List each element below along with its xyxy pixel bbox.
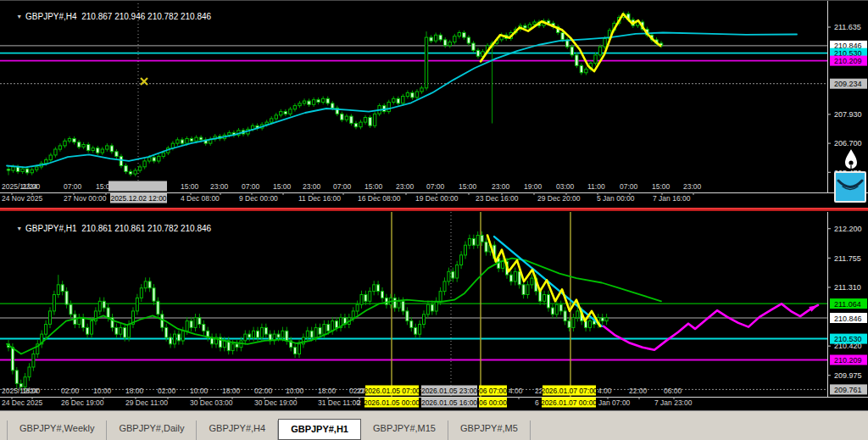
- svg-text:2: 2: [357, 398, 361, 407]
- svg-text:06 07:00: 06 07:00: [479, 387, 507, 395]
- svg-text:211.064: 211.064: [834, 300, 861, 309]
- chart-title-h1: ▼GBPJPY#,H1 210.861 210.861 210.782 210.…: [7, 214, 211, 242]
- tab-gbpjpy-h4[interactable]: GBPJPY#,H4: [197, 421, 278, 440]
- svg-text:211.755: 211.755: [834, 254, 861, 263]
- zigzag-line-yellow[interactable]: [481, 14, 660, 71]
- svg-text:210.209: 210.209: [834, 57, 862, 65]
- svg-text:Jan 07:00: Jan 07:00: [598, 398, 631, 407]
- svg-text:6: 6: [535, 398, 539, 407]
- svg-text:4 Dec 08:00: 4 Dec 08:00: [181, 194, 220, 203]
- h4-hlines[interactable]: [0, 46, 827, 84]
- svg-text:23:00: 23:00: [683, 182, 702, 191]
- svg-text:5 Jan 00:00: 5 Jan 00:00: [597, 194, 635, 203]
- svg-text:15:00: 15:00: [181, 182, 199, 191]
- svg-text:31 Dec 11:00: 31 Dec 11:00: [318, 398, 360, 407]
- svg-text:7 Jan 23:00: 7 Jan 23:00: [654, 398, 693, 407]
- svg-text:209.975: 209.975: [834, 371, 862, 380]
- svg-text:24 Dec 2025: 24 Dec 2025: [2, 398, 42, 407]
- svg-text:02:00: 02:00: [61, 387, 80, 395]
- tab-gbpjpy-h1[interactable]: GBPJPY#,H1: [278, 419, 361, 440]
- svg-text:206.700: 206.700: [834, 139, 862, 148]
- active-window-separator[interactable]: [0, 208, 868, 211]
- svg-text:30 Dec 03:00: 30 Dec 03:00: [190, 398, 233, 407]
- chart-ohlc: 210.861 210.861 210.782 210.846: [81, 224, 211, 233]
- svg-text:07:00: 07:00: [64, 182, 82, 191]
- svg-text:10:00: 10:00: [286, 387, 304, 395]
- svg-text:19 Dec 00:00: 19 Dec 00:00: [415, 194, 459, 203]
- svg-text:2026.01.05 07:00: 2026.01.05 07:00: [364, 387, 420, 395]
- svg-text:15:00: 15:00: [364, 182, 383, 191]
- svg-text:07:00: 07:00: [620, 182, 638, 191]
- chart-title-h4: ▼GBPJPY#,H4 210.867 210.946 210.782 210.…: [7, 3, 211, 31]
- svg-text:29 Dec 20:00: 29 Dec 20:00: [537, 194, 581, 203]
- chart-symbol-period: GBPJPY#,H4: [25, 12, 77, 21]
- projection-line-magenta[interactable]: [604, 304, 818, 349]
- svg-text:07:00: 07:00: [333, 182, 352, 191]
- svg-text:9 Dec 00:00: 9 Dec 00:00: [239, 194, 278, 203]
- tab-gbpjpy-daily[interactable]: GBPJPY#,Daily: [107, 421, 197, 440]
- svg-text:10:00: 10:00: [190, 387, 209, 395]
- svg-text:11:00: 11:00: [587, 182, 605, 191]
- svg-text:2025.12.02 12:00: 2025.12.02 12:00: [110, 194, 166, 203]
- svg-text:211.635: 211.635: [834, 23, 861, 31]
- svg-text:211.310: 211.310: [834, 283, 861, 292]
- triangle-down-icon[interactable]: ▼: [16, 14, 22, 19]
- chart-symbol-period: GBPJPY#,H1: [25, 224, 77, 233]
- tab-gbpjpy-m15[interactable]: GBPJPY#,M15: [361, 421, 448, 440]
- svg-text:07:00: 07:00: [426, 182, 445, 191]
- svg-text:02:00: 02:00: [158, 387, 176, 395]
- svg-text:23 Dec 16:00: 23 Dec 16:00: [476, 194, 519, 203]
- svg-text:24 Nov 2025: 24 Nov 2025: [2, 194, 42, 203]
- svg-text:209.234: 209.234: [834, 80, 862, 88]
- svg-text:07:00: 07:00: [242, 182, 260, 191]
- svg-text:18:00: 18:00: [22, 387, 41, 395]
- svg-text:30 Dec 19:00: 30 Dec 19:00: [254, 398, 298, 407]
- svg-text:2026.01.07 07:00: 2026.01.07 07:00: [541, 387, 597, 395]
- svg-text:4:00: 4:00: [509, 387, 523, 395]
- svg-text:4:00: 4:00: [598, 387, 612, 395]
- chart-tabbar: GBPJPY#,Weekly GBPJPY#,Daily GBPJPY#,H4 …: [0, 410, 868, 440]
- svg-text:15:00: 15:00: [273, 182, 292, 191]
- arrow-head: [809, 305, 818, 312]
- tab-gbpjpy-m5[interactable]: GBPJPY#,M5: [448, 421, 531, 440]
- svg-text:22:00: 22:00: [629, 387, 648, 395]
- svg-text:18:00: 18:00: [318, 387, 337, 395]
- svg-text:23:00: 23:00: [210, 182, 229, 191]
- pen-nib-icon[interactable]: [843, 149, 860, 171]
- svg-text:2026.01.05 00:00: 2026.01.05 00:00: [364, 398, 420, 407]
- svg-text:02:00: 02:00: [254, 387, 273, 395]
- chart-ohlc: 210.867 210.946 210.782 210.846: [81, 12, 211, 21]
- svg-text:7 Jan 16:00: 7 Jan 16:00: [653, 194, 691, 203]
- svg-text:26 Dec 19:00: 26 Dec 19:00: [61, 398, 104, 407]
- svg-text:16 Dec 08:00: 16 Dec 08:00: [358, 194, 401, 203]
- svg-text:2026.01.05 23:00: 2026.01.05 23:00: [421, 387, 477, 395]
- window-top-edge: [0, 0, 868, 1]
- svg-text:06 00:00: 06 00:00: [479, 398, 507, 407]
- svg-text:2026.01.05 16:00: 2026.01.05 16:00: [421, 398, 477, 407]
- svg-text:210.209: 210.209: [834, 356, 862, 365]
- chart-canvas[interactable]: 211.635207.930206.700205.470210.846210.5…: [0, 0, 868, 410]
- triangle-down-icon[interactable]: ▼: [16, 226, 22, 231]
- svg-text:03:00: 03:00: [556, 182, 575, 191]
- svg-text:18:00: 18:00: [222, 387, 241, 395]
- h4-candles: [7, 12, 662, 177]
- h1-price-axis: 212.200211.755211.310210.420209.975211.0…: [827, 225, 867, 395]
- h1-hlines[interactable]: [0, 304, 827, 389]
- svg-text:210.846: 210.846: [834, 315, 862, 323]
- svg-text:18:00: 18:00: [125, 387, 144, 395]
- svg-text:207.930: 207.930: [834, 110, 862, 119]
- svg-text:06:00: 06:00: [664, 387, 682, 395]
- h1-time-axis: 2025/12/2418:0002:0010:0018:0002:0010:00…: [2, 386, 693, 408]
- smile-curve-icon[interactable]: [834, 171, 866, 203]
- tab-gbpjpy-weekly[interactable]: GBPJPY#,Weekly: [7, 421, 107, 440]
- svg-text:23:00: 23:00: [396, 182, 415, 191]
- svg-text:23:00: 23:00: [492, 182, 510, 191]
- svg-text:209.761: 209.761: [834, 386, 862, 394]
- x-marker[interactable]: [141, 78, 147, 85]
- h4-time-axis: 2025/11/2423:0007:0015:0015:0023:0007:00…: [2, 181, 702, 203]
- svg-text:29 Dec 11:00: 29 Dec 11:00: [125, 398, 168, 407]
- svg-text:19:00: 19:00: [524, 182, 542, 191]
- svg-text:212.200: 212.200: [834, 225, 862, 233]
- svg-text:2026.01.07 00:00: 2026.01.07 00:00: [541, 398, 597, 407]
- svg-text:15:00: 15:00: [459, 182, 477, 191]
